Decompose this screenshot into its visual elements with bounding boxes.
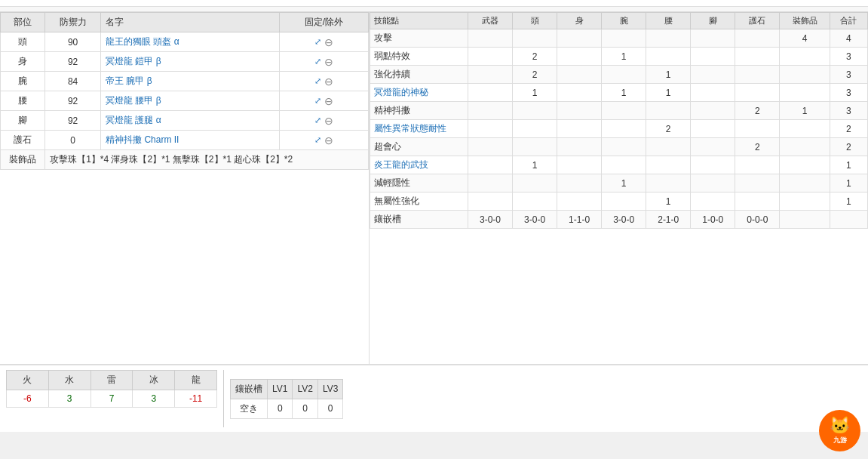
skill-row: 鑲嵌槽3-0-03-0-01-1-03-0-02-1-01-0-00-0-0 [370,211,868,229]
skill-name-cell: 減輕隱性 [370,174,468,193]
element-value: -6 [7,390,49,408]
pin-button[interactable]: ⤢ [314,135,321,145]
skill-value-cell [780,84,830,102]
skill-value-cell [691,102,735,120]
skill-value-cell [735,29,780,48]
fixed-cell: ⤢⊖ [279,131,368,150]
skill-value-cell: 3-0-0 [468,211,513,229]
skill-value-cell: 1 [830,193,867,211]
skill-value-cell [602,193,646,211]
skill-value-cell: 2-1-0 [646,211,691,229]
skill-value-cell: 2 [646,120,691,138]
slot-section: 鑲嵌槽 LV1 LV2 LV3 空き 0 0 0 [230,370,343,427]
skill-row: 減輕隱性11 [370,174,868,193]
skill-row: 超會心22 [370,138,868,156]
col-total: 合計 [830,13,867,29]
skill-value-cell [513,29,557,48]
remove-button[interactable]: ⊖ [324,115,333,127]
skill-value-cell [646,138,691,156]
skill-value-cell: 2 [735,138,780,156]
skill-name-cell: 鑲嵌槽 [370,211,468,229]
defense-cell: 0 [45,131,101,150]
skill-value-cell [602,66,646,84]
resistance-table: 火水雷冰龍 -6373-11 [6,370,217,408]
pin-button[interactable]: ⤢ [314,57,321,66]
skill-value-cell [735,156,780,174]
skill-value-cell [646,102,691,120]
remove-button[interactable]: ⊖ [324,36,333,48]
skill-value-cell: 1 [513,84,557,102]
remove-button[interactable]: ⊖ [324,75,333,88]
skill-value-cell [780,120,830,138]
jiuyou-text: 九游 [833,436,847,445]
divider [223,370,224,427]
pin-button[interactable]: ⤢ [314,116,321,125]
name-cell: 精神抖擻 Charm II [101,131,280,150]
pin-button[interactable]: ⤢ [314,76,321,86]
skill-value-cell [735,120,780,138]
skill-value-cell [513,120,557,138]
defense-cell: 92 [45,91,101,111]
element-value: 3 [48,390,90,408]
col-skill: 技能點 [370,13,468,29]
skill-name-cell: 弱點特效 [370,48,468,66]
skill-value-cell [691,29,735,48]
pin-button[interactable]: ⤢ [314,96,321,106]
skill-value-cell [780,193,830,211]
col-charm: 護石 [735,13,780,29]
element-header: 水 [48,371,90,390]
col-part: 部位 [1,13,45,32]
skill-value-cell [691,120,735,138]
skill-value-cell [646,48,691,66]
skill-value-cell: 0-0-0 [735,211,780,229]
skill-value-cell: 1 [602,48,646,66]
top-bar [0,0,868,7]
skill-value-cell [468,84,513,102]
skill-value-cell: 1-1-0 [557,211,602,229]
skill-value-cell [557,102,602,120]
slot-empty-label: 空き [231,399,268,418]
equipment-row: 腕84帝王 腕甲 β⤢⊖ [1,72,369,91]
fixed-cell: ⤢⊖ [279,72,368,91]
skill-value-cell [735,193,780,211]
skill-value-cell [735,84,780,102]
fixed-cell: ⤢⊖ [279,91,368,111]
remove-button[interactable]: ⊖ [324,95,333,107]
slot-table: 鑲嵌槽 LV1 LV2 LV3 空き 0 0 0 [230,379,343,419]
skill-value-cell [780,138,830,156]
skill-name-cell: 攻擊 [370,29,468,48]
col-leg: 腳 [691,13,735,29]
bottom-inner: 火水雷冰龍 -6373-11 鑲嵌槽 LV1 LV2 LV3 [6,370,862,427]
pin-button[interactable]: ⤢ [314,37,321,47]
skill-value-cell: 1 [830,156,867,174]
remove-button[interactable]: ⊖ [324,56,333,68]
defense-cell: 92 [45,111,101,131]
part-cell: 身 [1,52,45,72]
skill-value-cell: 1 [602,84,646,102]
skill-value-cell [468,138,513,156]
part-cell: 腰 [1,91,45,111]
skill-value-cell [780,48,830,66]
skill-value-cell [557,48,602,66]
skill-value-cell [468,193,513,211]
defense-cell: 92 [45,52,101,72]
skill-value-cell [557,84,602,102]
skill-value-cell [557,156,602,174]
skill-value-cell [468,66,513,84]
skill-value-cell [602,29,646,48]
col-arm: 腕 [602,13,646,29]
skill-name-cell: 超會心 [370,138,468,156]
skill-value-cell: 3 [830,48,867,66]
deco-row: 裝飾品攻擊珠【1】*4 渾身珠【2】*1 無擊珠【2】*1 超心珠【2】*2 [1,150,369,170]
bottom-section: 火水雷冰龍 -6373-11 鑲嵌槽 LV1 LV2 LV3 [0,364,868,432]
skill-value-cell: 3 [830,66,867,84]
slot-lv3-val: 0 [317,399,342,418]
name-cell: 帝王 腕甲 β [101,72,280,91]
skill-value-cell: 2 [513,48,557,66]
slot-lv2-val: 0 [293,399,317,418]
skill-value-cell [557,193,602,211]
col-head: 頭 [513,13,557,29]
skill-value-cell: 2 [830,120,867,138]
skill-value-cell: 2 [830,138,867,156]
remove-button[interactable]: ⊖ [324,134,333,146]
